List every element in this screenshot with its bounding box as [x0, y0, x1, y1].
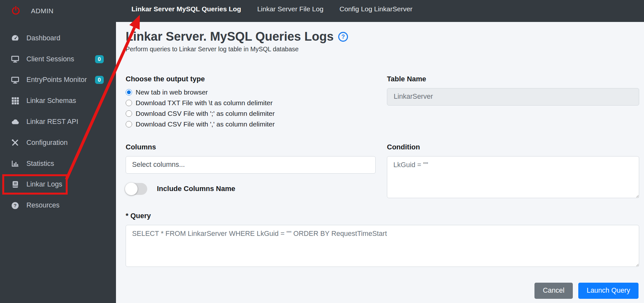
radio-label: New tab in web browser	[136, 88, 208, 96]
svg-text:?: ?	[341, 34, 345, 40]
sidebar-item-label: Dashboard	[26, 34, 60, 42]
help-icon[interactable]: ?	[338, 31, 349, 42]
radio-label: Download CSV File with ';' as column del…	[136, 110, 275, 117]
radio-label: Download TXT File with \t as column deli…	[136, 99, 273, 107]
client-sessions-badge: 0	[95, 55, 104, 63]
sidebar-item-label: Linkar Schemas	[26, 97, 76, 105]
include-columns-row: Include Columns Name	[126, 183, 376, 195]
output-type-group: Choose the output type New tab in web br…	[126, 75, 376, 131]
page-title-text: Linkar Server. MySQL Queries Logs	[126, 30, 334, 44]
sidebar-item-label: Resources	[26, 201, 60, 209]
log-book-icon	[10, 180, 20, 188]
columns-group: Columns Select columns... Include Column…	[126, 143, 376, 199]
brand-title: ADMIN	[31, 7, 53, 15]
condition-label: Condition	[387, 143, 639, 151]
sidebar-item-statistics[interactable]: Statistics	[0, 153, 116, 174]
columns-select-placeholder: Select columns...	[132, 161, 185, 169]
svg-text:?: ?	[14, 203, 16, 208]
output-type-label: Choose the output type	[126, 75, 376, 83]
sidebar-item-dashboard[interactable]: Dashboard	[0, 28, 116, 49]
tab-file-log[interactable]: Linkar Server File Log	[257, 5, 323, 17]
sidebar-item-linkar-schemas[interactable]: Linkar Schemas	[0, 90, 116, 111]
sidebar-item-label: EntryPoints Monitor	[26, 76, 87, 84]
include-columns-label: Include Columns Name	[157, 185, 235, 193]
brand-header: ADMIN	[0, 0, 116, 22]
radio-csv-comma[interactable]	[126, 121, 132, 127]
page-subtitle: Perform queries to Linkar Server log tab…	[126, 45, 639, 53]
radio-csv-semicolon[interactable]	[126, 110, 132, 117]
radio-option-csv-comma[interactable]: Download CSV File with ',' as column del…	[126, 120, 376, 128]
query-form: Choose the output type New tab in web br…	[126, 75, 639, 299]
sidebar-item-linkar-logs[interactable]: Linkar Logs	[0, 174, 116, 195]
condition-group: Condition LkGuid = ""	[387, 143, 639, 199]
launch-query-button[interactable]: Launch Query	[578, 283, 639, 299]
radio-option-newtab[interactable]: New tab in web browser	[126, 88, 376, 96]
power-icon[interactable]	[11, 5, 21, 16]
columns-select[interactable]: Select columns...	[126, 156, 376, 174]
sidebar-nav: Dashboard Client Sessions 0 EntryPoints …	[0, 22, 116, 216]
sidebar-item-entrypoints-monitor[interactable]: EntryPoints Monitor 0	[0, 70, 116, 91]
radio-option-csv-semicolon[interactable]: Download CSV File with ';' as column del…	[126, 109, 376, 118]
top-navbar: Linkar Server MySQL Queries Log Linkar S…	[116, 0, 644, 22]
table-name-group: Table Name	[387, 75, 639, 131]
columns-label: Columns	[126, 143, 376, 151]
bar-chart-icon	[10, 159, 20, 168]
sidebar-item-label: Statistics	[26, 160, 54, 168]
entrypoints-badge: 0	[95, 76, 104, 84]
query-label: * Query	[126, 212, 639, 220]
query-textarea[interactable]: SELECT * FROM LinkarServer WHERE LkGuid …	[126, 225, 639, 267]
cancel-button[interactable]: Cancel	[534, 283, 573, 299]
condition-textarea[interactable]: LkGuid = ""	[387, 156, 639, 198]
grid-icon	[10, 97, 20, 105]
page-title: Linkar Server. MySQL Queries Logs ?	[126, 30, 639, 44]
dashboard-icon	[10, 34, 20, 42]
question-circle-icon: ?	[10, 201, 20, 210]
tab-config-log[interactable]: Config Log LinkarServer	[340, 5, 412, 17]
sidebar: ADMIN Dashboard Client Sessions 0 EntryP…	[0, 0, 116, 303]
monitor-icon	[10, 55, 20, 63]
sidebar-item-label: Linkar REST API	[26, 118, 78, 126]
radio-newtab[interactable]	[126, 89, 132, 96]
sidebar-item-label: Client Sessions	[26, 55, 74, 63]
sidebar-item-resources[interactable]: ? Resources	[0, 195, 116, 216]
include-columns-toggle[interactable]	[126, 183, 147, 195]
main-content: Linkar Server. MySQL Queries Logs ? Perf…	[116, 22, 644, 303]
sidebar-item-linkar-rest-api[interactable]: Linkar REST API	[0, 111, 116, 132]
table-name-input	[387, 88, 639, 106]
tab-mysql-queries-log[interactable]: Linkar Server MySQL Queries Log	[131, 5, 241, 17]
sidebar-item-label: Linkar Logs	[26, 180, 62, 188]
form-actions: Cancel Launch Query	[126, 283, 639, 299]
cloud-icon	[10, 117, 20, 126]
query-group: * Query SELECT * FROM LinkarServer WHERE…	[126, 212, 639, 299]
sidebar-item-client-sessions[interactable]: Client Sessions 0	[0, 49, 116, 70]
radio-label: Download CSV File with ',' as column del…	[136, 120, 275, 128]
toggle-knob	[125, 183, 138, 195]
tools-icon	[10, 138, 20, 147]
radio-option-txt[interactable]: Download TXT File with \t as column deli…	[126, 99, 376, 107]
sidebar-item-configuration[interactable]: Configuration	[0, 132, 116, 153]
sidebar-item-label: Configuration	[26, 139, 68, 147]
table-name-label: Table Name	[387, 75, 639, 83]
monitor-icon	[10, 76, 20, 84]
radio-txt[interactable]	[126, 100, 132, 106]
